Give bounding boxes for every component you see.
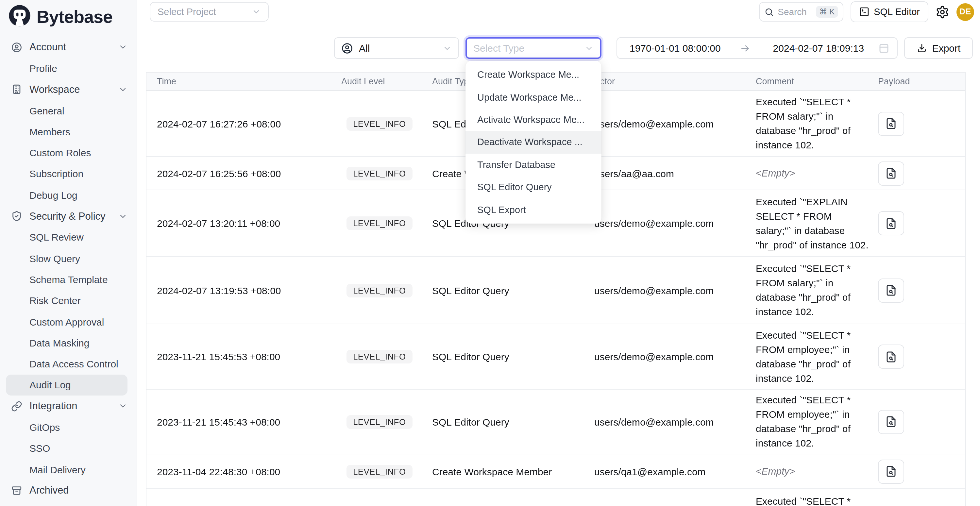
type-option[interactable]: SQL Editor Query — [466, 176, 601, 199]
type-option-highlighted[interactable]: Deactivate Workspace ... — [466, 131, 601, 153]
actor-filter-select[interactable]: All — [334, 37, 459, 59]
avatar[interactable]: DE — [956, 3, 974, 21]
cell-comment: Executed `"SELECT * FROM salary;"` in da… — [756, 261, 878, 319]
cell-audit-type: Create Workspace Member — [432, 466, 594, 477]
cell-time: 2024-02-07 16:25:56 +08:00 — [146, 168, 341, 179]
sidebar-item-sso[interactable]: SSO — [0, 438, 137, 459]
search-shortcut-badge: ⌘ K — [816, 6, 838, 18]
payload-button[interactable] — [878, 111, 904, 136]
brand-logo[interactable]: Bytebase — [8, 5, 113, 29]
cell-time: 2023-11-21 15:45:53 +08:00 — [146, 351, 341, 362]
column-header-payload: Payload — [878, 76, 965, 86]
file-search-icon — [885, 118, 897, 129]
topbar-actions: Search ⌘ K SQL Editor DE — [759, 2, 974, 22]
sidebar-item-sql-review[interactable]: SQL Review — [0, 226, 137, 248]
chevron-down-icon — [118, 85, 127, 94]
sidebar-item-mail-delivery[interactable]: Mail Delivery — [0, 459, 137, 480]
sidebar-item-profile[interactable]: Profile — [0, 58, 137, 79]
project-select[interactable]: Select Project — [150, 2, 269, 22]
export-button[interactable]: Export — [904, 37, 973, 59]
cell-actor: users/aa@aa.com — [594, 168, 756, 179]
sidebar-item-custom-approval[interactable]: Custom Approval — [0, 311, 137, 333]
app-window: Bytebase Account Profile Workspace Gener… — [0, 0, 980, 506]
table-row: 2023-11-21 15:45:43 +08:00 LEVEL_INFO SQ… — [146, 390, 965, 454]
sidebar-item-subscription[interactable]: Subscription — [0, 164, 137, 185]
cell-comment: <Empty> — [756, 464, 878, 479]
sidebar-item-general[interactable]: General — [0, 100, 137, 121]
type-option[interactable]: SQL Export — [466, 199, 601, 221]
chevron-down-icon — [252, 7, 261, 16]
sidebar-item-gitops[interactable]: GitOps — [0, 417, 137, 438]
payload-button[interactable] — [878, 161, 904, 185]
type-filter-placeholder: Select Type — [473, 43, 584, 54]
archive-icon — [11, 485, 22, 496]
type-filter-select[interactable]: Select Type — [466, 37, 601, 59]
cell-time: 2024-02-07 13:19:53 +08:00 — [146, 285, 341, 296]
cell-actor: users/demo@example.com — [594, 285, 756, 296]
sidebar-item-custom-roles[interactable]: Custom Roles — [0, 142, 137, 164]
cell-audit-type: SQL Editor Query — [432, 416, 594, 427]
main-area: Select Project Search ⌘ K SQL Editor DE … — [137, 0, 980, 506]
level-badge: LEVEL_INFO — [347, 283, 412, 297]
payload-button[interactable] — [878, 345, 904, 369]
cell-actor: users/demo@example.com — [594, 351, 756, 362]
date-range-picker[interactable]: 1970-01-01 08:00:00 2024-02-07 18:09:13 — [617, 37, 897, 59]
payload-button[interactable] — [878, 410, 904, 434]
sidebar-item-schema-template[interactable]: Schema Template — [0, 269, 137, 290]
cell-actor: users/demo@example.com — [594, 118, 756, 129]
section-label: Integration — [29, 400, 111, 412]
chevron-down-icon — [584, 43, 593, 53]
cell-comment: Executed `"SELECT * FROM employee;"` in … — [756, 393, 878, 450]
sidebar-section-integration[interactable]: Integration — [0, 396, 137, 417]
date-range-start: 1970-01-01 08:00:00 — [630, 43, 721, 54]
sidebar-section-workspace[interactable]: Workspace — [0, 79, 137, 100]
cell-comment: Executed `"SELECT * FROM salary;"` in da… — [756, 95, 878, 152]
payload-button[interactable] — [878, 211, 904, 235]
type-option[interactable]: Update Workspace Me... — [466, 86, 601, 108]
cell-audit-type: SQL Editor Query — [432, 285, 594, 296]
sidebar-item-members[interactable]: Members — [0, 121, 137, 142]
gear-icon[interactable] — [935, 5, 949, 19]
export-label: Export — [932, 43, 961, 54]
cell-audit-level: LEVEL_INFO — [341, 465, 432, 478]
column-header-audit-level: Audit Level — [341, 76, 432, 86]
type-option[interactable]: Activate Workspace Me... — [466, 108, 601, 131]
search-icon — [764, 7, 774, 17]
sidebar-item-data-masking[interactable]: Data Masking — [0, 332, 137, 353]
chevron-down-icon — [118, 212, 127, 221]
payload-button[interactable] — [878, 278, 904, 302]
cell-time: 2024-02-07 13:20:11 +08:00 — [146, 218, 341, 229]
level-badge: LEVEL_INFO — [347, 166, 412, 180]
payload-button[interactable] — [878, 459, 904, 484]
column-header-actor: Actor — [594, 76, 756, 86]
file-search-icon — [885, 284, 897, 296]
cell-actor: users/demo@example.com — [594, 416, 756, 427]
section-label: Workspace — [29, 83, 111, 95]
search-input[interactable]: Search ⌘ K — [759, 2, 843, 22]
type-option[interactable]: Transfer Database — [466, 153, 601, 176]
file-search-icon — [885, 465, 897, 477]
cell-comment: <Empty> — [756, 166, 878, 180]
table-row: 2023-11-04 21:26:24 +08:00 LEVEL_INFO SQ… — [146, 489, 965, 506]
chevron-down-icon — [442, 43, 452, 53]
sidebar-item-archived[interactable]: Archived — [0, 480, 137, 501]
brand-name: Bytebase — [37, 7, 113, 27]
chevron-down-icon — [118, 401, 127, 411]
project-select-placeholder: Select Project — [158, 6, 252, 17]
sidebar-item-risk-center[interactable]: Risk Center — [0, 290, 137, 311]
sql-editor-button[interactable]: SQL Editor — [850, 1, 928, 22]
cell-comment: Executed `"EXPLAIN SELECT * FROM salary;… — [756, 194, 878, 252]
sidebar-item-audit-log[interactable]: Audit Log — [6, 375, 127, 396]
sidebar-section-account[interactable]: Account — [0, 37, 137, 58]
sidebar-item-data-access-control[interactable]: Data Access Control — [0, 353, 137, 375]
cell-comment: Executed `"SELECT * FROM department;"` i… — [756, 494, 878, 506]
sidebar-item-slow-query[interactable]: Slow Query — [0, 248, 137, 269]
table-row: 2024-02-07 13:19:53 +08:00 LEVEL_INFO SQ… — [146, 257, 965, 324]
cell-audit-level: LEVEL_INFO — [341, 117, 432, 130]
sidebar-item-debug-log[interactable]: Debug Log — [0, 185, 137, 205]
sql-editor-label: SQL Editor — [874, 6, 920, 17]
level-badge: LEVEL_INFO — [347, 465, 412, 478]
filter-bar: All Select Type 1970-01-01 08:00:00 2024… — [137, 37, 980, 59]
sidebar-section-security-policy[interactable]: Security & Policy — [0, 205, 137, 227]
type-option[interactable]: Create Workspace Me... — [466, 64, 601, 86]
